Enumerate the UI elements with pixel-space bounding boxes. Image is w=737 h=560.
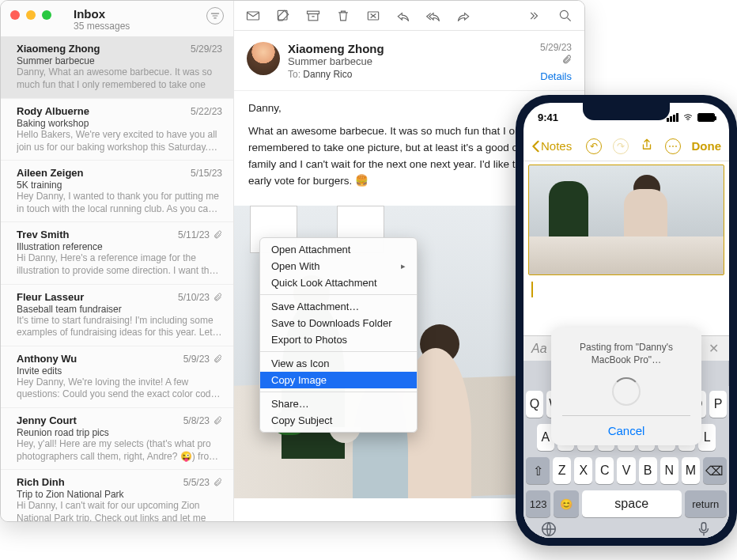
msg-preview: Hello Bakers, We're very excited to have… [17, 129, 222, 153]
ctx-item[interactable]: Share… [260, 395, 417, 412]
key-c[interactable]: C [595, 457, 614, 484]
context-menu[interactable]: Open AttachmentOpen With▸Quick Look Atta… [259, 237, 418, 433]
trash-icon[interactable] [335, 8, 351, 24]
message-row[interactable]: Rody Albuerne5/22/23Baking workshopHello… [1, 99, 233, 161]
key-m[interactable]: M [682, 457, 700, 484]
compose-icon[interactable] [275, 8, 291, 24]
msg-sender: Aileen Zeigen [17, 167, 84, 179]
notes-back-button[interactable]: Notes [531, 139, 572, 153]
ctx-item[interactable]: Save Attachment… [260, 298, 417, 315]
notch [583, 103, 670, 120]
text-cursor [531, 282, 533, 297]
msg-subject: Reunion road trip pics [17, 427, 222, 438]
close-window[interactable] [10, 10, 20, 20]
msg-subject: 5K training [17, 180, 222, 191]
message-row[interactable]: Rich Dinh5/5/23Trip to Zion National Par… [1, 470, 233, 521]
ctx-label: Copy Subject [271, 414, 332, 426]
msg-preview: Hi Danny, Here's a reference image for t… [17, 252, 222, 277]
ctx-item[interactable]: Save to Downloads Folder [260, 315, 417, 331]
ctx-item[interactable]: Open Attachment [260, 241, 417, 258]
message-row[interactable]: Fleur Lasseur5/10/23Baseball team fundra… [1, 285, 233, 346]
share-icon[interactable] [640, 137, 654, 156]
header-subject: Summer barbecue [288, 55, 516, 67]
undo-icon[interactable]: ↶ [586, 138, 602, 154]
aa-icon[interactable]: Aa [531, 342, 547, 356]
mail-toolbar [234, 1, 584, 31]
envelope-icon[interactable] [245, 8, 261, 24]
msg-date: 5/29/23 [191, 44, 222, 55]
space-key[interactable]: space [582, 490, 682, 517]
spinner-icon [612, 377, 641, 406]
more-circle-icon[interactable]: ⋯ [665, 138, 681, 154]
delete-key[interactable]: ⌫ [703, 457, 727, 484]
header-to: To: Danny Rico [288, 69, 516, 80]
ctx-item[interactable]: Copy Image [260, 372, 417, 388]
sidebar-title-block: Inbox 35 messages [74, 7, 206, 32]
key-123[interactable]: 123 [526, 490, 550, 517]
notes-body[interactable]: Pasting from "Danny's MacBook Pro"… Canc… [523, 161, 729, 538]
key-q[interactable]: Q [526, 391, 543, 418]
key-p[interactable]: P [709, 391, 727, 418]
msg-subject: Trip to Zion National Park [17, 489, 222, 500]
redo-icon[interactable]: ↷ [613, 138, 629, 154]
key-v[interactable]: V [617, 457, 635, 484]
message-row[interactable]: Trev Smith5/11/23Illustration referenceH… [1, 222, 233, 284]
ctx-item[interactable]: Export to Photos [260, 331, 417, 348]
filter-icon[interactable] [206, 7, 224, 25]
message-list[interactable]: Xiaomeng Zhong5/29/23Summer barbecueDann… [1, 36, 233, 521]
message-row[interactable]: Xiaomeng Zhong5/29/23Summer barbecueDann… [1, 36, 233, 99]
key-x[interactable]: X [574, 457, 592, 484]
ctx-item[interactable]: Copy Subject [260, 412, 417, 429]
reply-all-icon[interactable] [425, 8, 441, 24]
search-icon[interactable] [557, 8, 573, 24]
key-n[interactable]: N [660, 457, 678, 484]
ctx-item[interactable]: View as Icon [260, 355, 417, 372]
svg-point-5 [560, 10, 568, 18]
key-z[interactable]: Z [553, 457, 571, 484]
message-row[interactable]: Jenny Court5/8/23Reunion road trip picsH… [1, 408, 233, 470]
shift-key[interactable]: ⇧ [526, 457, 550, 484]
cancel-button[interactable]: Cancel [562, 415, 690, 445]
mic-icon[interactable] [695, 520, 712, 538]
globe-icon[interactable] [540, 520, 557, 538]
svg-rect-0 [248, 12, 259, 20]
status-time: 9:41 [538, 112, 558, 123]
pasted-image[interactable] [528, 165, 724, 275]
msg-sender: Xiaomeng Zhong [17, 43, 100, 55]
msg-date: 5/9/23 [183, 354, 222, 365]
msg-subject: Summer barbecue [17, 55, 222, 66]
more-icon[interactable] [527, 8, 543, 24]
reply-icon[interactable] [395, 8, 411, 24]
archive-icon[interactable] [305, 8, 321, 24]
avatar [247, 42, 280, 75]
key-b[interactable]: B [639, 457, 657, 484]
junk-icon[interactable] [365, 8, 381, 24]
window-controls[interactable] [10, 10, 51, 20]
ctx-label: Save to Downloads Folder [271, 317, 391, 329]
svg-rect-7 [701, 523, 706, 531]
msg-preview: Hey Danny, I wanted to thank you for put… [17, 191, 222, 215]
msg-subject: Baseball team fundraiser [17, 304, 222, 315]
ctx-label: Share… [271, 398, 309, 410]
forward-icon[interactable] [455, 8, 471, 24]
message-row[interactable]: Anthony Wu5/9/23Invite editsHey Danny, W… [1, 346, 233, 408]
close-format-bar-icon[interactable]: ✕ [705, 341, 721, 357]
header-date: 5/29/23 [516, 42, 572, 53]
iphone-screen: 9:41 Notes ↶ ↷ ⋯ Done [523, 103, 729, 538]
ctx-item[interactable]: Quick Look Attachment [260, 274, 417, 291]
paperclip-icon [213, 293, 222, 302]
ctx-item[interactable]: Open With▸ [260, 258, 417, 274]
msg-date: 5/22/23 [191, 106, 222, 117]
header-sender: Xiaomeng Zhong [288, 42, 516, 55]
emoji-key[interactable]: 😊 [554, 490, 578, 517]
details-link[interactable]: Details [516, 70, 572, 82]
done-button[interactable]: Done [692, 139, 722, 153]
paperclip-icon [213, 416, 222, 426]
zoom-window[interactable] [42, 10, 51, 20]
paperclip-icon [213, 230, 222, 240]
message-row[interactable]: Aileen Zeigen5/15/235K trainingHey Danny… [1, 161, 233, 222]
msg-date: 5/5/23 [183, 477, 222, 488]
return-key[interactable]: return [685, 490, 727, 517]
minimize-window[interactable] [26, 10, 36, 20]
msg-sender: Fleur Lasseur [17, 291, 84, 303]
